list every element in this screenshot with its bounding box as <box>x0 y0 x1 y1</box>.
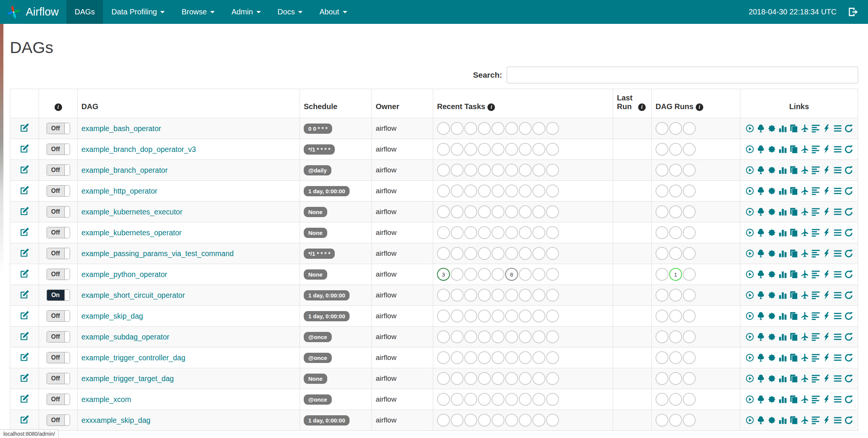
link-code-view[interactable] <box>822 311 831 321</box>
link-trigger-dag[interactable] <box>745 311 754 321</box>
task-state-circle[interactable] <box>505 310 518 322</box>
link-refresh[interactable] <box>844 374 853 383</box>
navbar-brand[interactable]: Airflow <box>0 0 66 24</box>
link-task-duration[interactable] <box>778 166 787 175</box>
task-state-circle[interactable] <box>546 310 559 322</box>
link-graph-view[interactable] <box>767 395 776 404</box>
link-tree-view[interactable] <box>756 145 765 154</box>
task-state-circle[interactable] <box>437 330 450 343</box>
dag-link[interactable]: example_subdag_operator <box>81 333 169 341</box>
task-state-circle[interactable] <box>437 351 450 364</box>
link-task-duration[interactable] <box>778 395 787 404</box>
edit-dag-button[interactable] <box>20 123 30 133</box>
nav-item-admin[interactable]: Admin <box>223 0 269 24</box>
link-task-duration[interactable] <box>778 207 787 216</box>
link-task-tries[interactable] <box>789 186 798 196</box>
task-state-circle[interactable] <box>505 372 518 385</box>
task-state-circle[interactable] <box>532 414 545 427</box>
dag-link[interactable]: example_trigger_controller_dag <box>81 354 185 362</box>
link-trigger-dag[interactable] <box>745 270 754 279</box>
task-state-circle[interactable] <box>464 164 477 177</box>
link-graph-view[interactable] <box>767 270 776 279</box>
dag-run-circle[interactable] <box>656 351 668 364</box>
dag-run-circle[interactable] <box>669 414 682 427</box>
task-state-circle[interactable] <box>546 268 559 281</box>
task-state-circle[interactable] <box>478 247 491 260</box>
dag-link[interactable]: example_kubernetes_executor <box>81 208 183 216</box>
task-state-circle[interactable] <box>532 268 545 281</box>
dag-link[interactable]: example_python_operator <box>81 270 167 278</box>
dag-run-circle[interactable] <box>656 289 668 302</box>
task-state-circle[interactable] <box>492 330 504 343</box>
task-state-circle[interactable] <box>478 268 491 281</box>
dag-link[interactable]: example_branch_dop_operator_v3 <box>81 145 196 153</box>
edit-dag-button[interactable] <box>20 415 30 424</box>
dag-run-circle[interactable] <box>669 205 682 218</box>
task-state-circle[interactable] <box>546 414 559 427</box>
link-gantt-view[interactable] <box>811 145 820 154</box>
link-task-tries[interactable] <box>789 166 798 175</box>
dag-pause-toggle[interactable]: Off <box>47 227 70 238</box>
dag-pause-toggle[interactable]: Off <box>47 144 70 155</box>
dag-link[interactable]: example_trigger_target_dag <box>81 374 174 383</box>
edit-dag-button[interactable] <box>20 373 30 383</box>
dag-run-circle[interactable] <box>656 164 668 177</box>
link-trigger-dag[interactable] <box>745 207 754 216</box>
task-state-circle[interactable] <box>464 393 477 406</box>
task-state-circle[interactable] <box>532 185 545 197</box>
edit-dag-button[interactable] <box>20 206 30 216</box>
task-state-circle[interactable] <box>505 205 518 218</box>
dag-pause-toggle[interactable]: Off <box>47 352 70 363</box>
link-trigger-dag[interactable] <box>745 374 754 383</box>
dag-run-circle[interactable] <box>669 351 682 364</box>
task-state-circle[interactable] <box>519 351 532 364</box>
dag-link[interactable]: exxxample_skip_dag <box>81 416 150 424</box>
link-refresh[interactable] <box>844 311 853 321</box>
link-trigger-dag[interactable] <box>745 145 754 154</box>
task-state-circle[interactable] <box>478 351 491 364</box>
link-refresh[interactable] <box>844 249 853 258</box>
link-task-tries[interactable] <box>789 311 798 321</box>
dag-run-circle[interactable] <box>683 164 696 177</box>
link-task-tries[interactable] <box>789 228 798 237</box>
link-gantt-view[interactable] <box>811 416 820 425</box>
link-trigger-dag[interactable] <box>745 332 754 341</box>
task-state-circle[interactable] <box>464 351 477 364</box>
task-state-circle[interactable] <box>437 164 450 177</box>
link-task-tries[interactable] <box>789 416 798 425</box>
link-refresh[interactable] <box>844 332 853 341</box>
dag-run-circle[interactable] <box>669 143 682 156</box>
task-state-circle[interactable] <box>437 372 450 385</box>
dag-run-circle[interactable] <box>656 310 668 322</box>
link-graph-view[interactable] <box>767 249 776 258</box>
task-state-circle[interactable] <box>464 205 477 218</box>
link-refresh[interactable] <box>844 291 853 300</box>
task-state-circle[interactable] <box>546 122 559 135</box>
dag-run-circle[interactable] <box>683 351 696 364</box>
task-state-circle[interactable] <box>532 205 545 218</box>
task-state-circle[interactable] <box>478 164 491 177</box>
dag-run-circle[interactable] <box>669 310 682 322</box>
task-state-circle[interactable] <box>464 226 477 239</box>
task-state-circle[interactable] <box>492 268 504 281</box>
task-state-circle[interactable] <box>519 226 532 239</box>
link-logs[interactable] <box>833 249 842 258</box>
task-state-circle[interactable] <box>478 330 491 343</box>
dag-pause-toggle[interactable]: Off <box>47 331 70 343</box>
task-state-circle[interactable] <box>437 122 450 135</box>
link-logs[interactable] <box>833 124 842 133</box>
task-state-circle[interactable] <box>451 414 464 427</box>
link-logs[interactable] <box>833 353 842 362</box>
dag-run-circle[interactable] <box>669 122 682 135</box>
task-state-circle[interactable] <box>492 393 504 406</box>
column-header-owner[interactable]: Owner <box>372 89 433 118</box>
link-landing-times[interactable] <box>800 166 809 175</box>
task-state-circle[interactable] <box>478 289 491 302</box>
task-state-circle[interactable]: 8 <box>505 268 518 281</box>
edit-dag-button[interactable] <box>20 310 30 320</box>
link-gantt-view[interactable] <box>811 353 820 362</box>
link-gantt-view[interactable] <box>811 332 820 341</box>
link-tree-view[interactable] <box>756 249 765 258</box>
link-task-tries[interactable] <box>789 145 798 154</box>
dag-link[interactable]: example_kubernetes_operator <box>81 228 182 237</box>
